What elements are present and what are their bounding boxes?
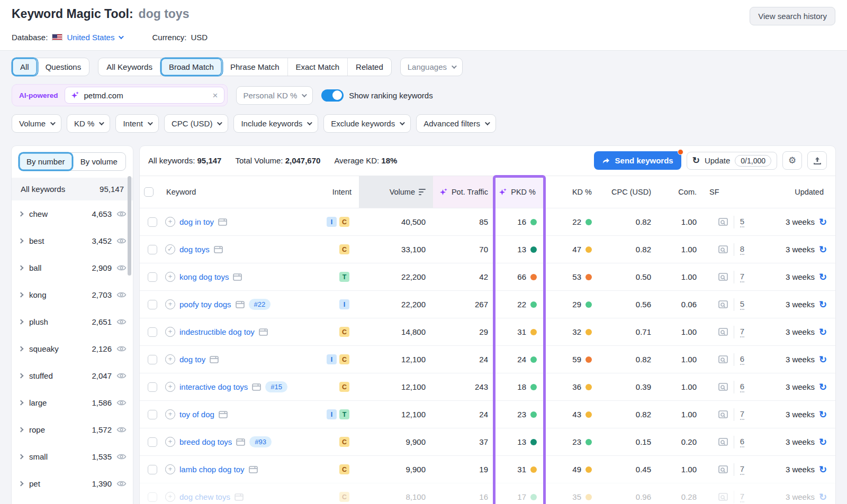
serp-icon[interactable] — [218, 218, 227, 226]
languages-dropdown[interactable]: Languages — [400, 58, 463, 76]
row-checkbox[interactable] — [148, 465, 157, 474]
add-keyword-icon[interactable]: + — [165, 299, 175, 309]
eye-icon[interactable] — [116, 426, 127, 433]
keyword-link[interactable]: dog toys — [179, 245, 210, 254]
serp-features-preview-icon[interactable] — [718, 328, 728, 336]
eye-icon[interactable] — [116, 237, 127, 244]
eye-icon[interactable] — [116, 210, 127, 217]
sf-count[interactable]: 7 — [740, 327, 744, 337]
sf-count[interactable]: 5 — [740, 299, 744, 310]
sidebar-item-stuffed[interactable]: stuffed 2,047 — [12, 362, 133, 389]
serp-icon[interactable] — [233, 273, 242, 281]
eye-icon[interactable] — [116, 291, 127, 298]
sidebar-item-pet[interactable]: pet 1,390 — [12, 470, 133, 497]
serp-icon[interactable] — [236, 301, 245, 308]
sidebar-item-rope[interactable]: rope 1,572 — [12, 416, 133, 443]
row-checkbox[interactable] — [148, 217, 157, 227]
clear-input-icon[interactable]: × — [213, 91, 218, 100]
filter-exclude-keywords[interactable]: Exclude keywords — [323, 114, 411, 133]
keyword-link[interactable]: poofy toy dogs — [179, 300, 231, 309]
serp-features-preview-icon[interactable] — [718, 410, 728, 419]
serp-icon[interactable] — [236, 438, 245, 446]
serp-icon[interactable] — [252, 383, 261, 391]
sf-count[interactable]: 6 — [740, 382, 744, 392]
sidebar-item-best[interactable]: best 3,452 — [12, 227, 133, 254]
add-keyword-icon[interactable]: + — [165, 354, 175, 364]
sf-count[interactable]: 7 — [740, 492, 744, 502]
serp-icon[interactable] — [235, 493, 244, 501]
column-intent[interactable]: Intent — [306, 176, 359, 208]
view-search-history-button[interactable]: View search history — [750, 7, 835, 25]
send-keywords-button[interactable]: Send keywords — [594, 151, 681, 170]
refresh-metrics-icon[interactable]: ↻ — [819, 300, 827, 309]
sidebar-tab-by-volume[interactable]: By volume — [73, 153, 126, 170]
sidebar-tab-by-number[interactable]: By number — [19, 153, 73, 170]
tab-broad-match[interactable]: Broad Match — [161, 58, 222, 76]
refresh-metrics-icon[interactable]: ↻ — [819, 465, 827, 474]
column-keyword[interactable]: Keyword — [165, 176, 306, 208]
row-checkbox[interactable] — [148, 300, 157, 309]
tab-questions[interactable]: Questions — [38, 58, 89, 76]
filter-kd-[interactable]: KD % — [67, 114, 110, 133]
serp-features-preview-icon[interactable] — [718, 383, 728, 391]
row-checkbox[interactable] — [148, 492, 157, 502]
keyword-link[interactable]: dog in toy — [179, 217, 214, 226]
eye-icon[interactable] — [116, 453, 127, 460]
sidebar-item-small[interactable]: small 1,535 — [12, 443, 133, 470]
column-pkd[interactable]: PKD % — [495, 176, 543, 208]
column-kd[interactable]: KD % — [543, 176, 599, 208]
row-checkbox[interactable] — [148, 327, 157, 337]
show-ranking-keywords-toggle[interactable] — [321, 89, 344, 102]
row-checkbox[interactable] — [148, 410, 157, 419]
filter-cpc-usd-[interactable]: CPC (USD) — [164, 114, 229, 133]
sidebar-item-chew[interactable]: chew 4,653 — [12, 200, 133, 227]
column-volume[interactable]: Volume — [359, 176, 433, 208]
column-pot-traffic[interactable]: Pot. Traffic — [433, 176, 495, 208]
eye-icon[interactable] — [116, 264, 127, 271]
sidebar-item-ball[interactable]: ball 2,909 — [12, 254, 133, 281]
keyword-link[interactable]: dog chew toys — [179, 492, 230, 501]
sidebar-item-squeaky[interactable]: squeaky 2,126 — [12, 335, 133, 362]
keyword-link[interactable]: kong dog toys — [179, 272, 229, 281]
add-keyword-icon[interactable]: + — [165, 327, 175, 337]
sf-count[interactable]: 7 — [740, 409, 744, 420]
sf-count[interactable]: 6 — [740, 437, 744, 447]
eye-icon[interactable] — [116, 399, 127, 406]
refresh-metrics-icon[interactable]: ↻ — [819, 327, 827, 337]
row-checkbox[interactable] — [148, 245, 157, 254]
column-com[interactable]: Com. — [659, 176, 704, 208]
serp-features-preview-icon[interactable] — [718, 273, 728, 281]
row-checkbox[interactable] — [148, 437, 157, 447]
serp-features-preview-icon[interactable] — [718, 245, 728, 254]
serp-features-preview-icon[interactable] — [718, 300, 728, 309]
keyword-link[interactable]: breed dog toys — [179, 437, 232, 446]
column-cpc[interactable]: CPC (USD) — [599, 176, 659, 208]
sf-count[interactable]: 7 — [740, 272, 744, 282]
add-keyword-icon[interactable]: + — [165, 437, 175, 447]
refresh-metrics-icon[interactable]: ↻ — [819, 272, 827, 282]
table-settings-button[interactable]: ⚙ — [782, 151, 802, 170]
domain-search-input[interactable]: petmd.com × — [65, 87, 224, 104]
column-updated[interactable]: Updated — [757, 176, 835, 208]
sidebar-item-kong[interactable]: kong 2,703 — [12, 281, 133, 308]
sidebar-item-large[interactable]: large 1,586 — [12, 389, 133, 416]
database-value[interactable]: United States — [67, 33, 114, 42]
sidebar-all-keywords-row[interactable]: All keywords 95,147 — [12, 178, 133, 200]
serp-icon[interactable] — [219, 411, 228, 418]
add-keyword-icon[interactable]: + — [165, 217, 175, 227]
select-all-checkbox[interactable] — [144, 187, 154, 197]
sf-count[interactable]: 8 — [740, 244, 744, 255]
refresh-metrics-icon[interactable]: ↻ — [819, 492, 827, 502]
filter-include-keywords[interactable]: Include keywords — [233, 114, 318, 133]
filter-advanced-filters[interactable]: Advanced filters — [416, 114, 496, 133]
refresh-metrics-icon[interactable]: ↻ — [819, 437, 827, 447]
keyword-link[interactable]: indestructible dog toy — [179, 327, 255, 336]
add-keyword-icon[interactable]: + — [165, 464, 175, 474]
serp-features-preview-icon[interactable] — [718, 218, 728, 226]
sf-count[interactable]: 6 — [740, 354, 744, 365]
sidebar-scrollbar[interactable] — [128, 176, 131, 276]
row-checkbox[interactable] — [148, 355, 157, 364]
sf-count[interactable]: 7 — [740, 464, 744, 475]
refresh-metrics-icon[interactable]: ↻ — [819, 410, 827, 419]
serp-features-preview-icon[interactable] — [718, 355, 728, 364]
